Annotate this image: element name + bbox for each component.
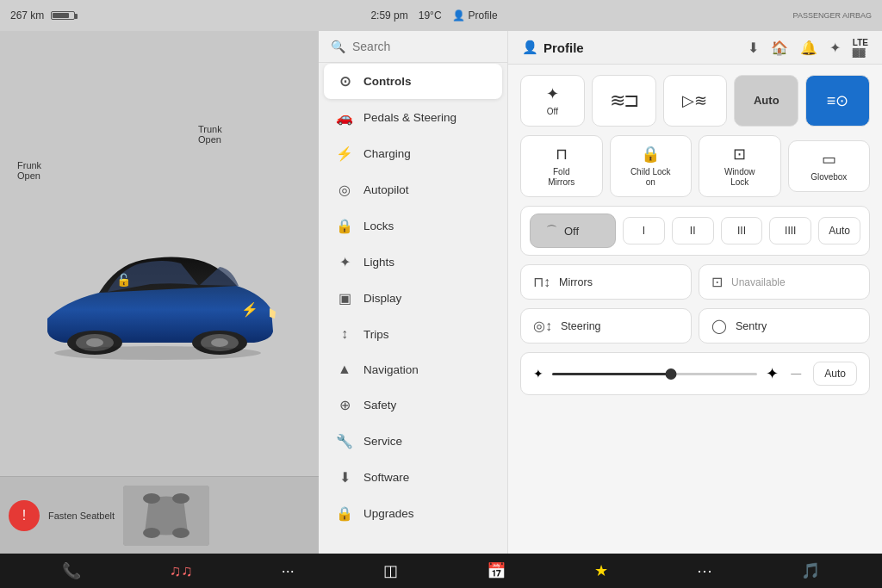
profile-icon: 👤 [452, 9, 465, 22]
fold-mirrors-btn[interactable]: ⊓ FoldMirrors [520, 135, 603, 197]
menu-item-navigation[interactable]: ▲ Navigation [324, 352, 502, 387]
menu-item-upgrades[interactable]: 🔒 Upgrades [324, 496, 502, 531]
menu-icon-service: 🔧 [336, 433, 353, 449]
menu-label-display: Display [363, 292, 401, 305]
highbeam-icon: ≡⊙ [827, 91, 849, 110]
menu-item-charging[interactable]: ⚡ Charging [324, 136, 502, 171]
seatbelt-text: Fasten Seatbelt [48, 511, 115, 521]
taskbar-dots[interactable]: ··· [275, 562, 301, 580]
front-defrost-icon: ≋⊐ [610, 90, 637, 112]
menu-label-locks: Locks [363, 220, 394, 232]
menu-item-autopilot[interactable]: ◎ Autopilot [324, 172, 502, 207]
menu-icon-upgrades: 🔒 [336, 505, 353, 522]
car-image-area: 🔓 ⚡ [30, 198, 289, 387]
wiper-off-btn[interactable]: ⌒ Off [530, 214, 616, 248]
sentry-btn[interactable]: ◯ Sentry [699, 308, 870, 344]
menu-icon-trips: ↕ [336, 326, 353, 342]
mirrors-sentry-row: ⊓↕ Mirrors ⊡ Unavailable [520, 264, 870, 300]
svg-point-10 [143, 528, 160, 538]
car-view: FrunkOpen TrunkOpen [0, 31, 319, 554]
svg-point-13 [172, 493, 189, 504]
brightness-sun-icon: ✦ [533, 367, 543, 381]
search-input[interactable] [352, 40, 495, 53]
wiper-speed-1[interactable]: I [623, 217, 665, 244]
menu-label-software: Software [363, 471, 409, 484]
profile-title: 👤 Profile [522, 40, 584, 55]
controls-content: ✦ Off ≋⊐ ▷≋ Auto ≡⊙ ⊓ [508, 65, 882, 405]
controls-panel: 👤 Profile ⬇ 🏠 🔔 ✦ LTE▓▓ ✦ Off ≋⊐ [508, 31, 882, 554]
search-icon: 🔍 [331, 40, 345, 53]
menu-icon-charging: ⚡ [336, 145, 353, 162]
menu-item-controls[interactable]: ⊙ Controls [324, 64, 502, 99]
window-lock-btn[interactable]: ⊡ WindowLock [699, 135, 781, 197]
taskbar-star[interactable]: ★ [587, 561, 615, 580]
sentry-icon: ◯ [711, 318, 727, 334]
front-defrost-btn[interactable]: ≋⊐ [592, 75, 656, 127]
menu-label-upgrades: Upgrades [363, 507, 414, 520]
wiper-speed-2[interactable]: II [672, 217, 714, 244]
wiper-row: ⌒ Off I II III IIII Auto [520, 206, 870, 256]
taskbar-map[interactable]: ◫ [376, 561, 405, 580]
wiper-speed-4[interactable]: IIII [769, 217, 811, 244]
highbeam-btn[interactable]: ≡⊙ [805, 75, 870, 127]
unavailable-btn[interactable]: ⊡ Unavailable [699, 264, 870, 300]
menu-icon-navigation: ▲ [336, 362, 353, 377]
brightness-row: ✦ ✦ — Auto [520, 352, 870, 395]
menu-item-software[interactable]: ⬇ Software [324, 460, 502, 495]
menu-item-locks[interactable]: 🔒 Locks [324, 208, 502, 244]
car-svg: 🔓 ⚡ [30, 198, 289, 387]
svg-point-5 [211, 338, 228, 347]
menu-items-container: ⊙ Controls 🚗 Pedals & Steering ⚡ Chargin… [319, 63, 507, 532]
menu-item-safety[interactable]: ⊕ Safety [324, 387, 502, 423]
taskbar-music[interactable]: ♫♫ [163, 562, 200, 580]
lights-row: ✦ Off ≋⊐ ▷≋ Auto ≡⊙ [520, 75, 870, 127]
taskbar-audio[interactable]: 🎵 [794, 561, 827, 580]
menu-label-service: Service [363, 435, 402, 448]
mini-panel: ! Fasten Seatbelt [0, 476, 319, 554]
menu-panel: 🔍 ⊙ Controls 🚗 Pedals & Steering ⚡ Charg… [319, 31, 508, 554]
child-lock-btn[interactable]: 🔒 Child Lockon [610, 135, 693, 197]
menu-item-trips[interactable]: ↕ Trips [324, 317, 502, 351]
lights-off-btn[interactable]: ✦ Off [520, 75, 585, 127]
profile-status-label: 👤 Profile [452, 9, 498, 22]
profile-person-icon: 👤 [522, 40, 538, 55]
glovebox-icon: ▭ [822, 150, 836, 169]
brightness-slider[interactable] [552, 373, 757, 375]
svg-text:🔓: 🔓 [116, 273, 132, 288]
glovebox-btn[interactable]: ▭ Glovebox [788, 140, 871, 192]
mirrors-adjust-btn[interactable]: ⊓↕ Mirrors [520, 264, 692, 300]
bluetooth-icon[interactable]: ✦ [829, 40, 841, 56]
distance-label: 267 km [10, 9, 44, 22]
menu-icon-autopilot: ◎ [336, 182, 353, 198]
menu-label-navigation: Navigation [363, 363, 419, 376]
steering-adjust-btn[interactable]: ◎↕ Steering [520, 308, 692, 344]
menu-item-pedals[interactable]: 🚗 Pedals & Steering [324, 100, 502, 135]
search-bar[interactable]: 🔍 [319, 31, 507, 63]
window-lock-icon: ⊡ [733, 145, 746, 164]
main-container: FrunkOpen TrunkOpen [0, 31, 882, 554]
steering-row: ◎↕ Steering ◯ Sentry [520, 308, 870, 344]
auto-btn[interactable]: Auto [734, 75, 798, 127]
taskbar-calendar[interactable]: 📅 [480, 561, 512, 580]
wiper-speed-3[interactable]: III [721, 217, 763, 244]
taskbar-phone[interactable]: 📞 [55, 561, 88, 580]
download-icon[interactable]: ⬇ [748, 40, 759, 56]
header-icons: ⬇ 🏠 🔔 ✦ LTE▓▓ [748, 38, 868, 57]
frunk-label: FrunkOpen [17, 160, 41, 181]
menu-icon-locks: 🔒 [336, 218, 353, 234]
menu-label-autopilot: Autopilot [363, 183, 409, 196]
menu-item-service[interactable]: 🔧 Service [324, 424, 502, 459]
bell-icon[interactable]: 🔔 [800, 40, 817, 56]
rear-defrost-btn[interactable]: ▷≋ [663, 75, 728, 127]
menu-item-display[interactable]: ▣ Display [324, 281, 502, 316]
taskbar: 📞 ♫♫ ··· ◫ 📅 ★ ⋯ 🎵 [0, 554, 882, 588]
home-icon[interactable]: 🏠 [771, 40, 788, 56]
wiper-auto-btn[interactable]: Auto [818, 217, 860, 244]
taskbar-more[interactable]: ⋯ [690, 561, 719, 580]
svg-point-2 [86, 338, 103, 347]
brightness-auto-btn[interactable]: Auto [813, 362, 857, 386]
menu-icon-lights: ✦ [336, 254, 353, 270]
brightness-dash: — [791, 368, 801, 380]
menu-item-lights[interactable]: ✦ Lights [324, 244, 502, 280]
battery-icon [51, 11, 75, 20]
